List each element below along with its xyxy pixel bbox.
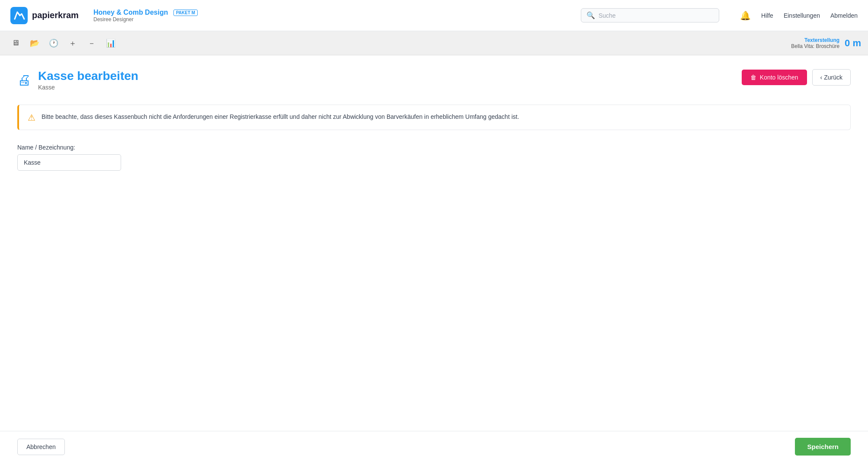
back-button[interactable]: ‹ Zurück: [812, 69, 851, 86]
logout-link[interactable]: Abmelden: [830, 12, 858, 19]
back-button-label: Zurück: [824, 74, 842, 81]
page-title: Kasse bearbeiten: [38, 69, 138, 83]
package-badge: PAKET M: [173, 10, 198, 16]
alert-text: Bitte beachte, dass dieses Kassenbuch ni…: [42, 112, 519, 121]
search-wrapper: 🔍: [581, 8, 719, 22]
name-input[interactable]: [17, 154, 121, 171]
search-icon: 🔍: [586, 11, 595, 19]
toolbar-right-text: Texterstellung Bella Vita: Broschüre: [791, 37, 839, 49]
top-navigation: papierkram Honey & Comb Design PAKET M D…: [0, 0, 868, 31]
toolbar-right: Texterstellung Bella Vita: Broschüre 0 m: [791, 37, 861, 49]
chevron-left-icon: ‹: [820, 74, 823, 81]
papierkram-logo: [10, 7, 28, 24]
cancel-button[interactable]: Abbrechen: [17, 439, 65, 455]
warning-icon: ⚠: [28, 112, 35, 123]
company-name-row: Honey & Comb Design PAKET M: [93, 9, 198, 16]
form-group-name: Name / Bezeichnung:: [17, 144, 851, 171]
save-button[interactable]: Speichern: [795, 438, 851, 456]
toolbar: 🖥 📂 🕐 ＋ － 📊 Texterstellung Bella Vita: B…: [0, 31, 868, 55]
delete-button[interactable]: 🗑 Konto löschen: [742, 70, 807, 85]
toolbar-monitor-btn[interactable]: 🖥: [7, 35, 24, 52]
folder-icon: 📂: [30, 38, 39, 48]
chart-icon: 📊: [106, 38, 115, 48]
logo-area: papierkram: [10, 7, 80, 24]
settings-link[interactable]: Einstellungen: [784, 12, 820, 19]
toolbar-remove-btn[interactable]: －: [83, 35, 100, 52]
company-area: Honey & Comb Design PAKET M Desiree Desi…: [93, 9, 198, 22]
toolbar-sub: Bella Vita: Broschüre: [791, 43, 839, 49]
monitor-icon: 🖥: [12, 38, 19, 48]
search-input[interactable]: [599, 12, 714, 19]
toolbar-add-btn[interactable]: ＋: [64, 35, 81, 52]
clock-icon: 🕐: [49, 38, 58, 48]
bottom-bar: Abbrechen Speichern: [0, 431, 868, 462]
nav-actions: 🔔 Hilfe Einstellungen Abmelden: [740, 10, 858, 21]
bell-icon[interactable]: 🔔: [740, 10, 751, 21]
toolbar-label: Texterstellung: [804, 37, 839, 43]
search-area: 🔍: [581, 8, 719, 22]
kasse-icon: 🖨: [17, 72, 31, 88]
company-sub: Desiree Designer: [93, 16, 198, 22]
app-name: papierkram: [32, 10, 79, 20]
page-title-block: Kasse bearbeiten Kasse: [38, 69, 138, 91]
trash-icon: 🗑: [750, 74, 756, 81]
delete-button-label: Konto löschen: [760, 74, 798, 81]
alert-box: ⚠ Bitte beachte, dass dieses Kassenbuch …: [17, 105, 851, 130]
svg-rect-0: [10, 7, 28, 24]
help-link[interactable]: Hilfe: [761, 12, 773, 19]
plus-icon: ＋: [69, 38, 77, 48]
page-title-area: 🖨 Kasse bearbeiten Kasse: [17, 69, 138, 91]
name-label: Name / Bezeichnung:: [17, 144, 851, 151]
toolbar-folder-btn[interactable]: 📂: [26, 35, 43, 52]
page-subtitle: Kasse: [38, 84, 138, 91]
minus-icon: －: [88, 38, 96, 48]
company-name: Honey & Comb Design: [93, 9, 168, 16]
main-content: 🖨 Kasse bearbeiten Kasse 🗑 Konto löschen…: [0, 55, 868, 431]
toolbar-clock-btn[interactable]: 🕐: [45, 35, 62, 52]
toolbar-chart-btn[interactable]: 📊: [102, 35, 119, 52]
page-actions: 🗑 Konto löschen ‹ Zurück: [742, 69, 851, 86]
toolbar-time: 0 m: [845, 38, 861, 49]
page-header: 🖨 Kasse bearbeiten Kasse 🗑 Konto löschen…: [17, 69, 851, 91]
